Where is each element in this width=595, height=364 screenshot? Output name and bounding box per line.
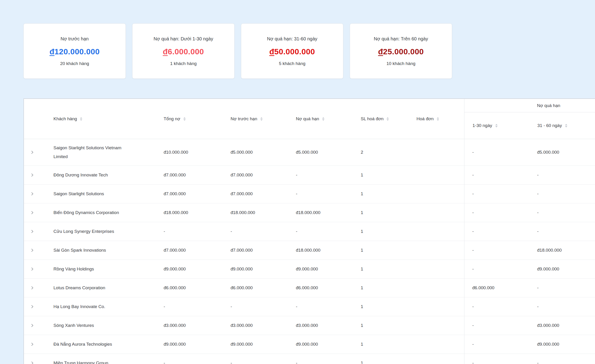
cell-before-due: đ9.000.000 xyxy=(231,267,296,272)
cell-customer: Đông Dương Innovate Tech xyxy=(48,166,164,184)
sort-icon[interactable] xyxy=(437,117,439,121)
cell-overdue-31-60: - xyxy=(530,285,595,290)
cell-overdue: - xyxy=(296,191,361,196)
expand-row-button[interactable] xyxy=(24,229,48,234)
chevron-right-icon[interactable] xyxy=(30,267,34,271)
chevron-right-icon[interactable] xyxy=(30,229,34,234)
expand-row-button[interactable] xyxy=(24,286,48,290)
expand-row-button[interactable] xyxy=(24,173,48,177)
cell-invoice-count: 1 xyxy=(361,361,417,364)
cell-overdue: - xyxy=(296,361,361,364)
card-customer-count: 1 khách hàng xyxy=(170,61,197,67)
cell-overdue: đ9.000.000 xyxy=(296,267,361,272)
cell-before-due: - xyxy=(231,229,296,234)
chevron-right-icon[interactable] xyxy=(30,150,34,154)
header-total-debt[interactable]: Tổng nợ xyxy=(164,116,231,121)
header-invoice[interactable]: Hoá đơn xyxy=(417,116,464,121)
chevron-right-icon[interactable] xyxy=(30,248,34,252)
chevron-right-icon[interactable] xyxy=(30,286,34,290)
cell-customer: Rồng Vàng Holdings xyxy=(48,260,164,278)
cell-customer: Sài Gòn Spark Innovations xyxy=(48,241,164,259)
table-row: Cửu Long Synergy Enterprises - - - 1 - - xyxy=(24,222,595,241)
sort-icon[interactable] xyxy=(387,117,389,121)
cell-invoice-count: 1 xyxy=(361,191,417,196)
expand-row-button[interactable] xyxy=(24,248,48,252)
card-title: Nợ trước hạn xyxy=(61,35,89,42)
cell-before-due: đ18.000.000 xyxy=(231,210,296,215)
cell-overdue: - xyxy=(296,304,361,309)
chevron-right-icon[interactable] xyxy=(30,323,34,328)
header-before-due[interactable]: Nợ trước hạn xyxy=(231,116,296,121)
table-row: Sài Gòn Spark Innovations đ7.000.000 đ7.… xyxy=(24,241,595,260)
expand-row-button[interactable] xyxy=(24,211,48,215)
cell-customer: Đà Nẵng Aurora Technologies xyxy=(48,336,164,353)
table-row: Lotus Dreams Corporation đ6.000.000 đ6.0… xyxy=(24,279,595,297)
cell-overdue: đ6.000.000 xyxy=(296,285,361,290)
cell-overdue-1-30: - xyxy=(464,172,530,178)
cell-invoice-count: 2 xyxy=(361,150,417,155)
chevron-right-icon[interactable] xyxy=(30,361,34,364)
cell-before-due: đ7.000.000 xyxy=(231,172,296,178)
chevron-right-icon[interactable] xyxy=(30,173,34,177)
sort-icon[interactable] xyxy=(322,117,325,121)
chevron-right-icon[interactable] xyxy=(30,211,34,215)
cell-overdue: - xyxy=(296,229,361,234)
cell-total-debt: đ9.000.000 xyxy=(164,267,231,272)
cell-customer: Hạ Long Bay Innovate Co. xyxy=(48,298,164,316)
cell-before-due: - xyxy=(231,361,296,364)
cell-overdue-31-60: đ3.000.000 xyxy=(530,323,595,328)
chevron-right-icon[interactable] xyxy=(30,342,34,346)
expand-row-button[interactable] xyxy=(24,323,48,328)
cell-total-debt: đ9.000.000 xyxy=(164,342,231,347)
card-title: Nợ quá hạn: 31-60 ngày xyxy=(267,35,318,42)
cell-overdue-31-60: đ5.000.000 xyxy=(530,150,595,155)
card-value: đ120.000.000 xyxy=(50,47,100,56)
cell-invoice-count: 1 xyxy=(361,323,417,328)
header-overdue[interactable]: Nợ quá hạn xyxy=(296,116,361,121)
cell-customer: Saigon Starlight Solutions xyxy=(48,185,164,203)
cell-total-debt: - xyxy=(164,229,231,234)
overdue-section-divider xyxy=(464,99,464,364)
cell-invoice-count: 1 xyxy=(361,304,417,309)
card-customer-count: 20 khách hàng xyxy=(60,61,89,67)
cell-total-debt: đ3.000.000 xyxy=(164,323,231,328)
header-customer[interactable]: Khách hàng xyxy=(48,116,164,121)
card-value: đ25.000.000 xyxy=(378,47,424,56)
sort-icon[interactable] xyxy=(565,124,567,127)
cell-customer: Biển Đông Dynamics Corporation xyxy=(48,204,164,221)
cell-overdue-1-30: - xyxy=(464,323,530,328)
sort-icon[interactable] xyxy=(183,117,186,121)
cell-invoice-count: 1 xyxy=(361,267,417,272)
sort-icon[interactable] xyxy=(80,117,82,121)
cell-overdue-31-60: - xyxy=(530,191,595,196)
card-overdue-60-plus: Nợ quá hạn: Trên 60 ngày đ25.000.000 10 … xyxy=(350,23,452,79)
chevron-right-icon[interactable] xyxy=(30,305,34,309)
card-debt-before-due: Nợ trước hạn đ120.000.000 20 khách hàng xyxy=(23,23,126,79)
expand-row-button[interactable] xyxy=(24,342,48,346)
cell-overdue-31-60: đ9.000.000 xyxy=(530,267,595,272)
card-overdue-1-30: Nợ quá hạn: Dưới 1-30 ngày đ6.000.000 1 … xyxy=(132,23,234,79)
cell-overdue: - xyxy=(296,172,361,178)
expand-row-button[interactable] xyxy=(24,192,48,196)
cell-customer: Miền Trung Harmony Group xyxy=(48,354,164,364)
cell-overdue-1-30: - xyxy=(464,342,530,347)
cell-overdue: đ18.000.000 xyxy=(296,210,361,215)
expand-row-button[interactable] xyxy=(24,267,48,271)
header-overdue-1-30[interactable]: 1-30 ngày xyxy=(464,123,531,128)
header-invoice-count[interactable]: SL hoá đơn xyxy=(361,116,417,121)
table-header: Khách hàng Tổng nợ Nợ trước hạn Nợ quá h… xyxy=(24,99,595,139)
expand-row-button[interactable] xyxy=(24,305,48,309)
cell-overdue-1-30: - xyxy=(464,304,530,309)
chevron-right-icon[interactable] xyxy=(30,192,34,196)
expand-row-button[interactable] xyxy=(24,150,48,154)
header-overdue-31-60[interactable]: 31 - 60 ngày xyxy=(531,123,595,128)
expand-row-button[interactable] xyxy=(24,361,48,364)
cell-overdue: đ9.000.000 xyxy=(296,342,361,347)
cell-total-debt: - xyxy=(164,361,231,364)
sort-icon[interactable] xyxy=(495,124,498,127)
table-row: Hạ Long Bay Innovate Co. - - - 1 - - xyxy=(24,297,595,316)
cell-customer: Lotus Dreams Corporation xyxy=(48,279,164,297)
sort-icon[interactable] xyxy=(260,117,263,121)
cell-overdue-31-60: - xyxy=(530,304,595,309)
cell-overdue-1-30: - xyxy=(464,191,530,196)
